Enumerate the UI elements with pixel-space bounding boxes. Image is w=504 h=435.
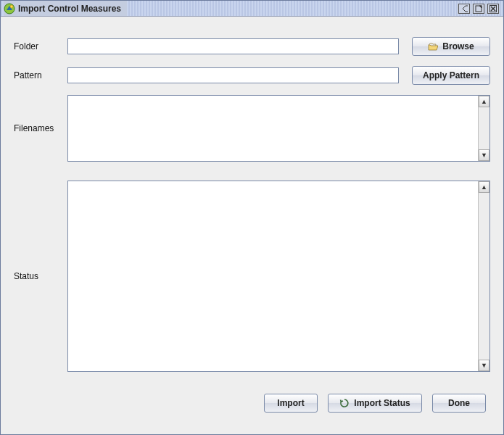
app-icon: [4, 3, 15, 14]
status-scrollbar[interactable]: ▲ ▼: [478, 181, 489, 371]
filenames-scrollbar[interactable]: ▲ ▼: [478, 96, 489, 161]
import-status-button-label: Import Status: [354, 398, 410, 408]
apply-pattern-button-label: Apply Pattern: [423, 70, 479, 80]
done-button-label: Done: [448, 398, 470, 408]
scroll-up-icon[interactable]: ▲: [479, 181, 489, 193]
filenames-area-wrap: ▲ ▼: [67, 95, 490, 162]
status-area-wrap: ▲ ▼: [67, 181, 490, 372]
dialog-import-control-measures: Import Control Measures Folder Bro: [0, 0, 504, 435]
content-area: Folder Browse Pattern Apply Pattern File…: [1, 17, 503, 434]
window-title: Import Control Measures: [18, 4, 121, 14]
done-button[interactable]: Done: [432, 394, 486, 413]
folder-label: Folder: [14, 41, 63, 51]
browse-button-label: Browse: [442, 41, 474, 51]
pattern-row: Pattern Apply Pattern: [14, 66, 490, 85]
status-label: Status: [14, 271, 63, 281]
import-status-button[interactable]: Import Status: [328, 394, 422, 413]
scroll-track[interactable]: [479, 107, 489, 149]
maximize-button[interactable]: [473, 4, 484, 14]
svg-point-1: [10, 5, 13, 8]
pattern-label: Pattern: [14, 70, 63, 80]
bottom-button-bar: Import Import Status Done: [14, 386, 490, 415]
close-button[interactable]: [487, 4, 499, 14]
folder-row: Folder Browse: [14, 37, 490, 56]
titlebar[interactable]: Import Control Measures: [1, 1, 503, 17]
filenames-row: Filenames ▲ ▼: [14, 95, 490, 162]
iconify-button[interactable]: [458, 4, 470, 14]
pattern-input[interactable]: [67, 67, 399, 83]
status-row: Status ▲ ▼: [14, 181, 490, 372]
scroll-down-icon[interactable]: ▼: [479, 149, 489, 161]
folder-input[interactable]: [67, 38, 399, 54]
scroll-track[interactable]: [479, 193, 489, 360]
import-button-label: Import: [277, 398, 304, 408]
filenames-label: Filenames: [14, 123, 63, 133]
status-textarea[interactable]: [68, 181, 478, 371]
folder-open-icon: [428, 43, 438, 51]
scroll-down-icon[interactable]: ▼: [479, 360, 489, 371]
browse-button[interactable]: Browse: [412, 37, 490, 56]
filenames-textarea[interactable]: [68, 96, 478, 161]
import-button[interactable]: Import: [264, 394, 318, 413]
scroll-up-icon[interactable]: ▲: [479, 96, 489, 107]
refresh-icon: [339, 398, 350, 408]
apply-pattern-button[interactable]: Apply Pattern: [412, 66, 490, 85]
